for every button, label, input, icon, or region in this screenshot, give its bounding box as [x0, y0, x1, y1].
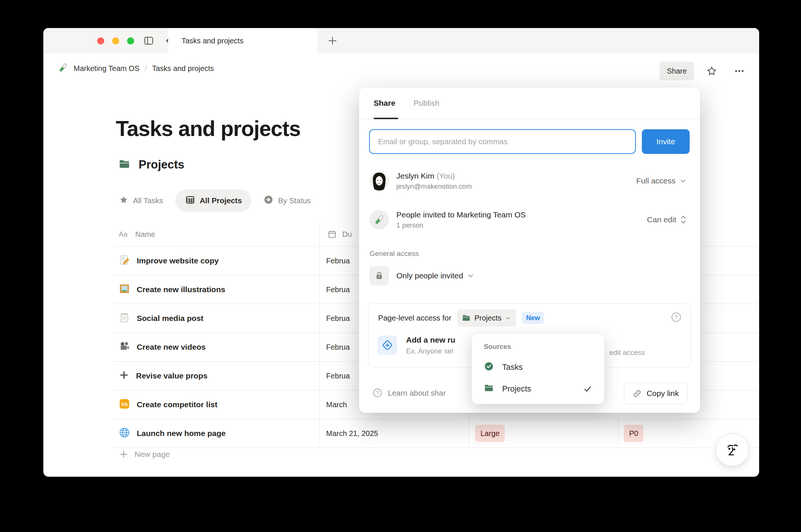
- tab-publish[interactable]: Publish: [414, 87, 439, 119]
- page-title: Tasks and projects: [116, 116, 300, 141]
- column-divider: [319, 222, 320, 445]
- breadcrumb: Marketing Team OS / Tasks and projects: [58, 53, 214, 83]
- active-tab-underline: [374, 118, 398, 119]
- chevron-up-down-icon: [680, 215, 687, 225]
- link-icon: [633, 389, 642, 398]
- notion-face-icon: [724, 441, 741, 458]
- row-title[interactable]: Revise value props: [119, 362, 207, 390]
- row-title[interactable]: Launch new home page: [119, 419, 226, 448]
- help-icon: ?: [372, 388, 383, 398]
- due-column-header[interactable]: Du: [342, 230, 352, 239]
- zoom-window-button[interactable]: [127, 37, 134, 44]
- diamond-plus-icon: [382, 340, 393, 351]
- access-level-dropdown[interactable]: Full access: [636, 176, 687, 185]
- row-due-date[interactable]: Februa: [326, 362, 350, 390]
- folder-icon: [462, 313, 471, 322]
- add-rule-subtitle: Ex. Anyone sel: [406, 347, 455, 355]
- row-due-date[interactable]: Februa: [326, 304, 350, 332]
- view-tab-all-tasks[interactable]: All Tasks: [119, 189, 170, 212]
- breadcrumb-page[interactable]: Tasks and projects: [152, 64, 214, 73]
- share-button[interactable]: Share: [659, 62, 694, 80]
- chevron-down-icon: [679, 177, 687, 185]
- row-due-date[interactable]: Februa: [326, 333, 350, 361]
- favorite-star-icon[interactable]: [705, 64, 719, 78]
- add-rule-row[interactable]: Add a new ru Ex. Anyone sel: [378, 335, 455, 355]
- row-title[interactable]: Social media post: [119, 304, 204, 332]
- share-dialog: Share Publish Invite Jeslyn Kim (You) je…: [359, 87, 700, 413]
- share-button-label: Share: [667, 67, 687, 75]
- member-name: Jeslyn Kim (You): [396, 171, 472, 180]
- chevron-down-icon: [505, 315, 511, 321]
- learn-about-sharing-link[interactable]: ? Learn about shar: [372, 388, 446, 398]
- copy-link-button[interactable]: Copy link: [624, 383, 687, 404]
- member-email: jeslyn@makenotion.com: [396, 182, 472, 191]
- row-title[interactable]: VSCreate competitor list: [119, 390, 217, 419]
- app-window: Tasks and projects Marketing Team OS / T…: [43, 28, 759, 477]
- name-column-header[interactable]: Name: [135, 230, 155, 239]
- row-title[interactable]: Create new illustrations: [119, 275, 225, 304]
- row-title[interactable]: Create new videos: [119, 333, 205, 361]
- sources-menu-title: Sources: [484, 343, 511, 351]
- view-tab-by-status[interactable]: By Status: [257, 189, 318, 212]
- row-title[interactable]: Improve website copy: [119, 247, 219, 275]
- test-tube-icon: [369, 210, 389, 229]
- new-page-label: New page: [134, 450, 170, 459]
- picture-icon: [119, 283, 130, 296]
- test-tube-icon: [58, 62, 68, 75]
- view-tab-label: All Tasks: [133, 196, 163, 205]
- vs-icon: VS: [119, 398, 130, 411]
- group-name: People invited to Marketing Team OS: [396, 210, 526, 219]
- share-dialog-header: Share Publish: [359, 87, 700, 119]
- svg-text:?: ?: [675, 314, 678, 320]
- row-due-date[interactable]: March: [326, 390, 347, 419]
- page-topbar: Marketing Team OS / Tasks and projects S…: [43, 53, 759, 83]
- globe-icon: [119, 427, 130, 440]
- priority-tag[interactable]: P0: [624, 425, 643, 442]
- invite-email-input[interactable]: [369, 129, 636, 154]
- calendar-icon: [327, 229, 337, 239]
- general-access-value: Only people invited: [396, 271, 463, 280]
- view-tab-all-projects[interactable]: All Projects: [175, 189, 252, 212]
- row-due-date[interactable]: Februa: [326, 275, 350, 304]
- general-access-row[interactable]: Only people invited: [369, 265, 474, 286]
- tab-share[interactable]: Share: [374, 87, 395, 119]
- view-tab-label: By Status: [278, 196, 311, 205]
- sources-menu-item-projects[interactable]: Projects: [477, 379, 599, 399]
- invite-button[interactable]: Invite: [642, 129, 690, 154]
- notion-ai-face-button[interactable]: [716, 433, 749, 466]
- add-rule-title: Add a new ru: [406, 335, 455, 344]
- access-level-dropdown[interactable]: Can edit: [647, 215, 687, 225]
- check-icon: [583, 384, 592, 393]
- general-access-label: General access: [369, 250, 419, 258]
- folder-icon: [484, 383, 494, 395]
- minimize-window-button[interactable]: [112, 37, 119, 44]
- sidebar-toggle-icon[interactable]: [142, 34, 155, 47]
- add-rule-subtitle-tail: edit access: [609, 349, 645, 357]
- folder-icon: [118, 158, 130, 171]
- member-row-invited-group[interactable]: People invited to Marketing Team OS 1 pe…: [369, 205, 687, 234]
- check-circle-icon: [484, 361, 494, 374]
- new-page-button[interactable]: New page: [119, 449, 170, 459]
- svg-text:VS: VS: [121, 401, 128, 407]
- lock-icon: [374, 271, 384, 281]
- tab-title: Tasks and projects: [182, 37, 244, 45]
- screenshot-canvas: Tasks and projects Marketing Team OS / T…: [0, 0, 801, 532]
- close-window-button[interactable]: [97, 37, 104, 44]
- new-tab-button[interactable]: [326, 34, 339, 47]
- sources-menu-item-tasks[interactable]: Tasks: [477, 358, 599, 377]
- memo-icon: [119, 254, 130, 267]
- breadcrumb-workspace[interactable]: Marketing Team OS: [74, 64, 139, 73]
- size-tag[interactable]: Large: [475, 425, 505, 442]
- sources-menu: Sources TasksProjects: [471, 333, 604, 404]
- member-row-jeslyn[interactable]: Jeslyn Kim (You) jeslyn@makenotion.com F…: [369, 167, 687, 195]
- window-titlebar: Tasks and projects: [43, 28, 759, 54]
- help-icon[interactable]: ?: [671, 312, 682, 324]
- row-due-date[interactable]: Februa: [326, 247, 350, 275]
- table-row[interactable]: Launch new home pageMarch 21, 2025LargeP…: [112, 419, 759, 448]
- breadcrumb-separator: /: [145, 64, 147, 73]
- row-due-date[interactable]: March 21, 2025: [326, 419, 378, 448]
- source-selector-dropdown[interactable]: Projects: [457, 309, 516, 327]
- browser-tab[interactable]: Tasks and projects: [168, 28, 318, 53]
- section-title: Projects: [139, 158, 184, 171]
- more-options-icon[interactable]: [732, 64, 746, 78]
